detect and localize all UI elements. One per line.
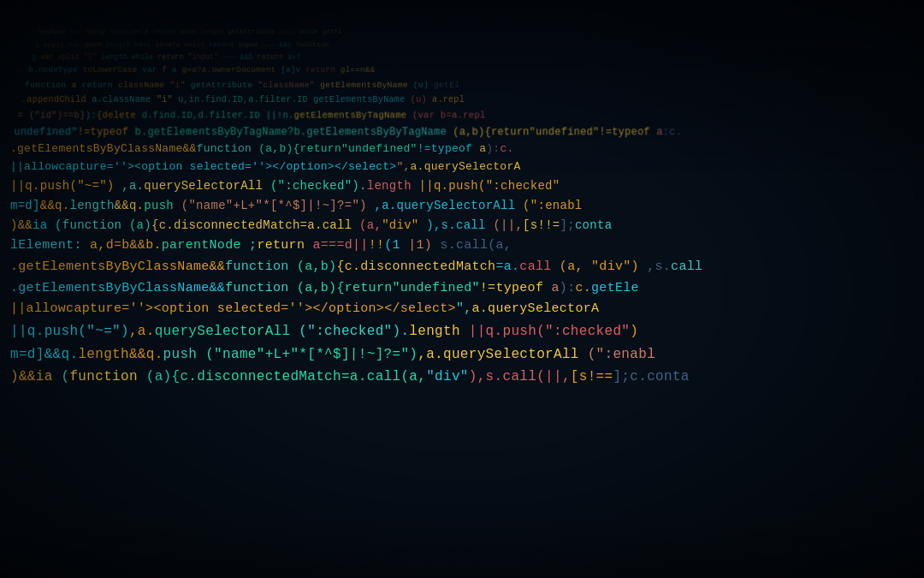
- code-line: undefined"!=typeof b.getElementsByByTagN…: [14, 123, 847, 140]
- code-line: ||q.push("~=") ,a.querySelectorAll (":ch…: [10, 176, 914, 196]
- code-line: g apply var push length test id=a?a whil…: [35, 39, 675, 50]
- code-layer: tagName var apply function b return push…: [0, 0, 924, 578]
- code-line: g var split "[" length while return "inp…: [32, 51, 702, 63]
- code-line: lElement: a,d=b&&b.parentNode ;return a=…: [10, 235, 914, 257]
- code-line: .getElementsByByClassName&&function (a,b…: [10, 257, 914, 278]
- code-line-jon: )&&ia (function (a){c.disconnectedMatch=…: [10, 216, 914, 235]
- code-line: m=d]&&q.length&&q.push ("name"+L+"*[*^$]…: [10, 196, 914, 216]
- code-line: function a return className "i" getAttri…: [25, 79, 759, 92]
- code-line: .appendChild a.className "i" u,in.find.I…: [21, 93, 788, 108]
- code-line: ||allowcapture=''><option selected=''></…: [10, 299, 914, 320]
- code-line: tagName var apply function b return push…: [38, 27, 649, 37]
- code-line: ||q.push("~="),a.querySelectorAll (":che…: [10, 320, 914, 343]
- code-line: b.nodeType toLowerCase var f a g=a?a.own…: [28, 64, 731, 77]
- code-background: tagName var apply function b return push…: [0, 0, 924, 578]
- code-line: = ("id")==b}):{delete d.find.ID,d.filter…: [18, 108, 818, 123]
- code-line-function: )&&ia (function (a){c.disconnectedMatch=…: [10, 366, 914, 388]
- code-line: m=d]&&q.length&&q.push ("name"+L+"*[*^$]…: [10, 343, 914, 366]
- code-line: .getElementsByByClassName&&function (a,b…: [10, 278, 914, 300]
- code-line: .getElementsByByClassName&&function (a,b…: [10, 140, 914, 158]
- code-line: ||allowcapture=''><option selected=''></…: [10, 158, 914, 176]
